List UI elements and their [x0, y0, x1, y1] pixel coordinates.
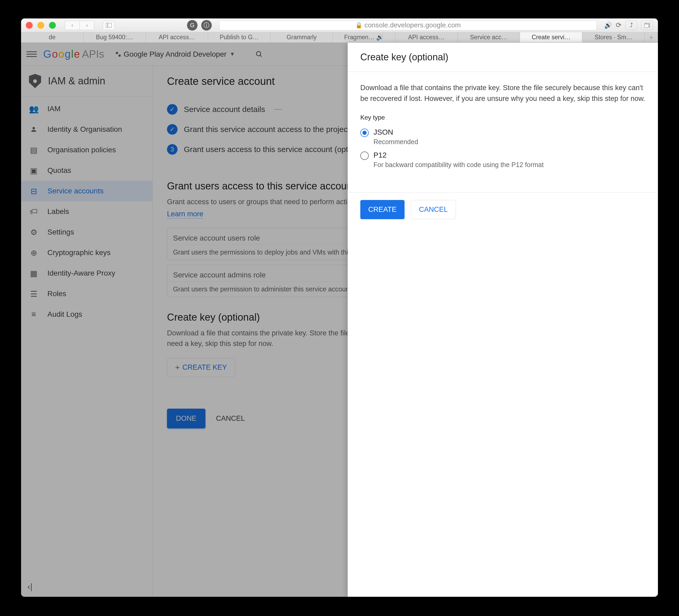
browser-tab[interactable]: Create servi… [520, 32, 582, 42]
info-extension-icon[interactable]: ⓘ [201, 20, 212, 31]
new-tab-button[interactable]: + [645, 32, 658, 42]
svg-rect-0 [106, 23, 112, 28]
radio-p12[interactable]: P12 For backward compatibility with code… [360, 148, 645, 171]
back-button[interactable]: ‹ [65, 21, 79, 30]
browser-tab[interactable]: Stores · Sm… [582, 32, 645, 42]
maximize-window-icon[interactable] [49, 22, 56, 29]
radio-label: JSON [374, 128, 418, 136]
browser-tab[interactable]: Publish to G… [208, 32, 270, 42]
drawer-title: Create key (optional) [348, 43, 658, 72]
radio-icon [360, 152, 369, 160]
browser-tab[interactable]: Grammarly [270, 32, 333, 42]
create-button[interactable]: CREATE [360, 200, 405, 219]
show-sidebar-button[interactable] [103, 21, 115, 30]
minimize-window-icon[interactable] [37, 22, 44, 29]
drawer-description: Download a file that contains the privat… [360, 83, 645, 104]
browser-tab[interactable]: API access… [395, 32, 458, 42]
forward-button[interactable]: › [79, 21, 94, 30]
lock-icon: 🔒 [355, 22, 362, 29]
tabs-button[interactable] [641, 21, 653, 30]
cancel-button[interactable]: CANCEL [411, 200, 456, 219]
audio-icon: 🔊 [376, 34, 384, 41]
traffic-lights [26, 22, 56, 29]
radio-help: Recommended [374, 138, 418, 146]
browser-tab[interactable]: Service acc… [458, 32, 520, 42]
browser-tab[interactable]: Bug 59400:… [84, 32, 146, 42]
radio-label: P12 [374, 151, 544, 159]
nav-buttons: ‹ › [65, 21, 94, 30]
drawer-footer: CREATE CANCEL [348, 192, 658, 226]
close-window-icon[interactable] [26, 22, 33, 29]
audio-icon[interactable]: 🔊 [604, 22, 612, 29]
url-bar[interactable]: 🔒 console.developers.google.com [219, 20, 597, 30]
extension-buttons: G ⓘ [187, 20, 212, 31]
radio-icon [360, 129, 369, 137]
share-button[interactable]: ⤴ [625, 21, 637, 30]
reload-icon[interactable]: ⟳ [616, 21, 622, 29]
browser-tabs: de Bug 59400:… API access… Publish to G…… [21, 32, 658, 43]
drawer-body: Download a file that contains the privat… [348, 72, 658, 182]
radio-json[interactable]: JSON Recommended [360, 125, 645, 148]
grammarly-extension-icon[interactable]: G [187, 20, 198, 31]
radio-help: For backward compatibility with code usi… [374, 161, 544, 168]
svg-rect-3 [644, 24, 649, 28]
create-key-drawer: Create key (optional) Download a file th… [348, 43, 658, 597]
browser-tab[interactable]: Fragmen…🔊 [333, 32, 395, 42]
titlebar: ‹ › G ⓘ 🔒 console.developers.google.com … [21, 19, 658, 32]
browser-window: ‹ › G ⓘ 🔒 console.developers.google.com … [21, 19, 658, 597]
url-host: console.developers.google.com [364, 21, 461, 29]
browser-tab[interactable]: API access… [146, 32, 208, 42]
right-controls: 🔊 ⟳ ⤴ [604, 21, 653, 30]
key-type-label: Key type [360, 114, 645, 121]
browser-tab[interactable]: de [21, 32, 84, 42]
